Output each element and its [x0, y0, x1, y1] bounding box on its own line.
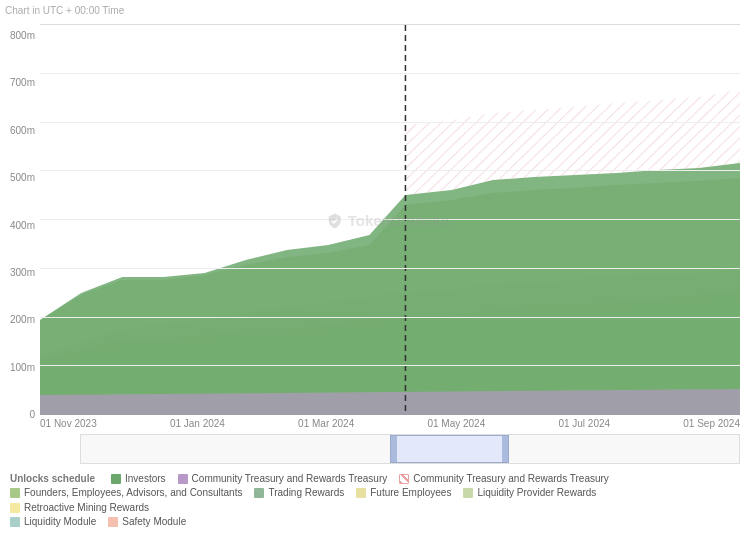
x-label-jan: 01 Jan 2024: [170, 418, 225, 429]
legend-dot-future: [356, 488, 366, 498]
navigator-handle-right[interactable]: [502, 436, 508, 462]
legend-label-retroactive: Retroactive Mining Rewards: [24, 502, 149, 513]
legend: Unlocks schedule Investors Community Tre…: [10, 473, 745, 530]
x-label-may: 01 May 2024: [427, 418, 485, 429]
x-axis: 01 Nov 2023 01 Jan 2024 01 Mar 2024 01 M…: [40, 418, 740, 429]
legend-label-safety: Safety Module: [122, 516, 186, 527]
chart-svg-wrapper[interactable]: Today TokenUnlocks.: [40, 25, 740, 415]
y-label-100: 100m: [10, 362, 35, 373]
navigator-window[interactable]: [390, 435, 508, 463]
x-label-jul: 01 Jul 2024: [558, 418, 610, 429]
y-axis: 0 100m 200m 300m 400m 500m 600m 700m 800…: [0, 30, 40, 420]
navigator-handle-left[interactable]: [391, 436, 397, 462]
area-investors: [40, 163, 740, 415]
legend-dot-trading: [254, 488, 264, 498]
x-label-nov: 01 Nov 2023: [40, 418, 97, 429]
legend-item-community: Community Treasury and Rewards Treasury: [178, 473, 388, 484]
legend-item-trading: Trading Rewards: [254, 487, 344, 498]
legend-dot-community: [178, 474, 188, 484]
legend-dot-liquidity-module: [10, 517, 20, 527]
y-label-700: 700m: [10, 77, 35, 88]
grid-line-700: [40, 73, 740, 74]
grid-line-300: [40, 268, 740, 269]
watermark-text: TokenUnlocks.: [348, 212, 454, 229]
legend-dot-investors: [111, 474, 121, 484]
y-label-200: 200m: [10, 314, 35, 325]
legend-row-1: Unlocks schedule Investors Community Tre…: [10, 473, 745, 484]
legend-item-community-hatched: Community Treasury and Rewards Treasury: [399, 473, 609, 484]
y-label-300: 300m: [10, 267, 35, 278]
y-label-600: 600m: [10, 125, 35, 136]
legend-label-community-hatched: Community Treasury and Rewards Treasury: [413, 473, 609, 484]
watermark: TokenUnlocks.: [327, 212, 454, 229]
legend-label-liquidity-rewards: Liquidity Provider Rewards: [477, 487, 596, 498]
legend-item-liquidity-module: Liquidity Module: [10, 516, 96, 527]
legend-dot-community-hatched: [399, 474, 409, 484]
grid-line-100: [40, 365, 740, 366]
legend-label-future: Future Employees: [370, 487, 451, 498]
x-label-sep: 01 Sep 2024: [683, 418, 740, 429]
grid-line-200: [40, 317, 740, 318]
legend-item-safety: Safety Module: [108, 516, 186, 527]
y-label-400: 400m: [10, 220, 35, 231]
legend-label-investors: Investors: [125, 473, 166, 484]
legend-label-trading: Trading Rewards: [268, 487, 344, 498]
grid-line-800: [40, 24, 740, 25]
grid-line-500: [40, 170, 740, 171]
navigator[interactable]: [80, 434, 740, 464]
grid-line-600: [40, 122, 740, 123]
legend-section-label: Unlocks schedule: [10, 473, 95, 484]
legend-item-future: Future Employees: [356, 487, 451, 498]
legend-row-2: Founders, Employees, Advisors, and Consu…: [10, 487, 745, 513]
legend-label-founders: Founders, Employees, Advisors, and Consu…: [24, 487, 242, 498]
legend-item-retroactive: Retroactive Mining Rewards: [10, 502, 149, 513]
legend-dot-retroactive: [10, 503, 20, 513]
y-label-500: 500m: [10, 172, 35, 183]
chart-title: Chart in UTC + 00:00 Time: [5, 5, 124, 16]
legend-dot-founders: [10, 488, 20, 498]
y-label-0: 0: [29, 409, 35, 420]
legend-dot-safety: [108, 517, 118, 527]
legend-label-community: Community Treasury and Rewards Treasury: [192, 473, 388, 484]
legend-item-investors: Investors: [111, 473, 166, 484]
chart-container: Chart in UTC + 00:00 Time 0 100m 200m 30…: [0, 0, 750, 545]
x-label-mar: 01 Mar 2024: [298, 418, 354, 429]
legend-item-founders: Founders, Employees, Advisors, and Consu…: [10, 487, 242, 498]
y-label-800: 800m: [10, 30, 35, 41]
legend-dot-liquidity-rewards: [463, 488, 473, 498]
legend-label-liquidity-module: Liquidity Module: [24, 516, 96, 527]
legend-item-liquidity-rewards: Liquidity Provider Rewards: [463, 487, 596, 498]
legend-row-3: Liquidity Module Safety Module: [10, 516, 745, 527]
